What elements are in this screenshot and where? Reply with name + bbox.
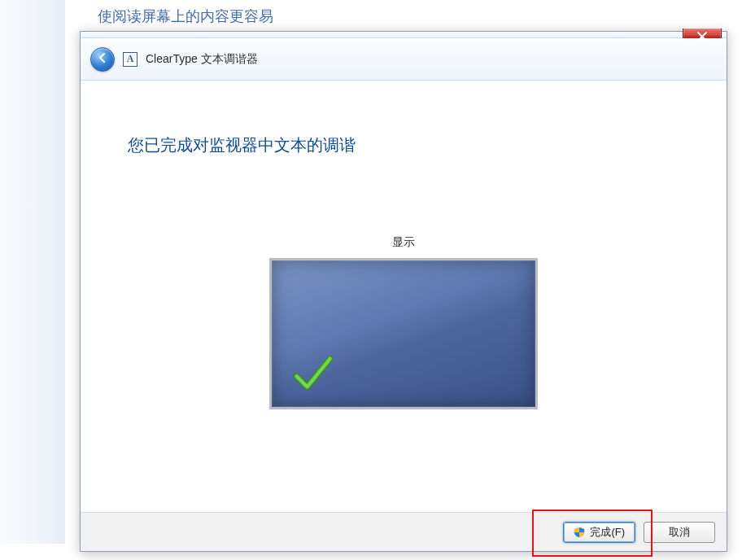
display-label: 显示: [392, 235, 415, 250]
finish-button[interactable]: 完成(F): [563, 522, 635, 543]
monitor-preview: [269, 258, 538, 409]
cancel-button[interactable]: 取消: [644, 522, 715, 543]
cleartype-wizard-dialog: A ClearType 文本调谐器 您已完成对监视器中文本的调谐 显示: [80, 31, 727, 552]
dialog-title: ClearType 文本调谐器: [146, 52, 258, 67]
cancel-button-label: 取消: [669, 525, 690, 540]
dialog-header: A ClearType 文本调谐器: [81, 38, 727, 81]
cleartype-app-icon: A: [123, 52, 137, 67]
uac-shield-icon: [574, 527, 585, 538]
dialog-content: 您已完成对监视器中文本的调谐 显示: [81, 81, 727, 512]
wizard-heading: 您已完成对监视器中文本的调谐: [128, 134, 356, 156]
back-arrow-icon: [96, 51, 109, 68]
background-sidebar: 页 设置 义 ype 文本 文本大小(DPI): [0, 0, 65, 544]
dialog-button-bar: 完成(F) 取消: [81, 512, 727, 551]
background-heading: 使阅读屏幕上的内容更容易: [98, 7, 273, 26]
checkmark-icon: [291, 352, 334, 397]
finish-button-label: 完成(F): [590, 525, 625, 540]
dialog-frame-top: [81, 32, 727, 38]
back-button[interactable]: [90, 47, 115, 72]
